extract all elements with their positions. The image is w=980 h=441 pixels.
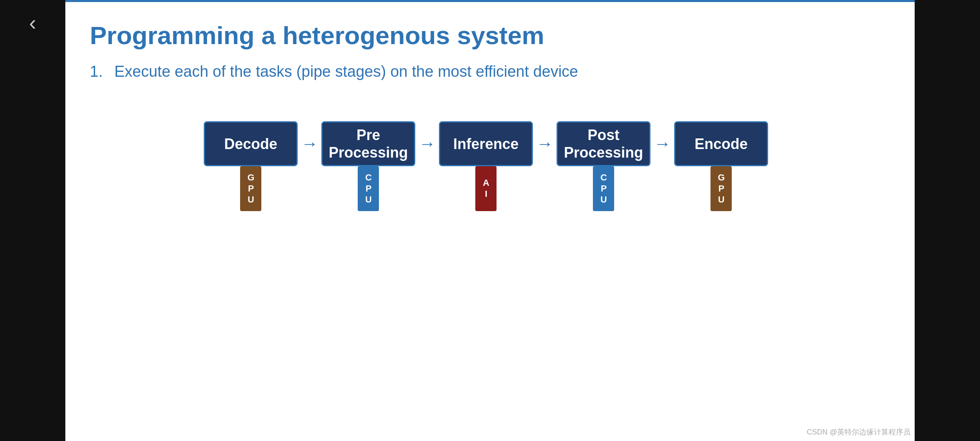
- arrow-icon-3: →: [536, 135, 553, 152]
- list-number: 1.: [90, 63, 106, 80]
- chips-encode: GPU: [710, 166, 732, 211]
- stage-box-encode: Encode: [674, 121, 768, 166]
- slide-title: Programming a heterogenous system: [90, 20, 882, 51]
- arrow-1: →: [298, 121, 321, 166]
- stage-box-inference: Inference: [439, 121, 533, 166]
- arrow-4: →: [650, 121, 674, 166]
- right-panel: [915, 0, 980, 441]
- chip-gpu-encode: GPU: [710, 166, 732, 211]
- chips-decode: GPU: [240, 166, 261, 211]
- back-arrow-icon[interactable]: ‹: [29, 12, 36, 33]
- top-border: [65, 0, 915, 2]
- arrow-2: →: [415, 121, 439, 166]
- stage-post-processing: PostProcessing CPU: [557, 121, 650, 211]
- subtitle-list: 1. Execute each of the tasks (pipe stage…: [90, 63, 882, 80]
- chip-cpu-post-processing: CPU: [593, 166, 614, 211]
- chips-post-processing: CPU: [593, 166, 614, 211]
- arrow-icon-1: →: [301, 135, 318, 152]
- stage-box-pre-processing: PreProcessing: [321, 121, 415, 166]
- chips-pre-processing: CPU: [358, 166, 379, 211]
- slide-content: Programming a heterogenous system 1. Exe…: [65, 0, 915, 441]
- watermark: CSDN @英特尔边缘计算程序员: [807, 427, 911, 437]
- chip-gpu-decode: GPU: [240, 166, 261, 211]
- stage-pre-processing: PreProcessing CPU: [321, 121, 415, 211]
- stage-box-post-processing: PostProcessing: [557, 121, 650, 166]
- stage-encode: Encode GPU: [674, 121, 768, 211]
- stage-decode: Decode GPU: [204, 121, 298, 211]
- list-item-1: 1. Execute each of the tasks (pipe stage…: [90, 63, 882, 80]
- list-text: Execute each of the tasks (pipe stages) …: [114, 63, 578, 80]
- chip-cpu-pre-processing: CPU: [358, 166, 379, 211]
- chip-ai-inference: AI: [475, 166, 497, 211]
- arrow-icon-4: →: [654, 135, 671, 152]
- left-panel: ‹: [0, 0, 65, 441]
- arrow-3: →: [533, 121, 557, 166]
- stage-inference: Inference AI: [439, 121, 533, 211]
- stage-box-decode: Decode: [204, 121, 298, 166]
- chips-inference: AI: [475, 166, 497, 211]
- pipeline-diagram: Decode GPU → PreProcessing CPU → Inferen…: [90, 121, 882, 425]
- arrow-icon-2: →: [419, 135, 436, 152]
